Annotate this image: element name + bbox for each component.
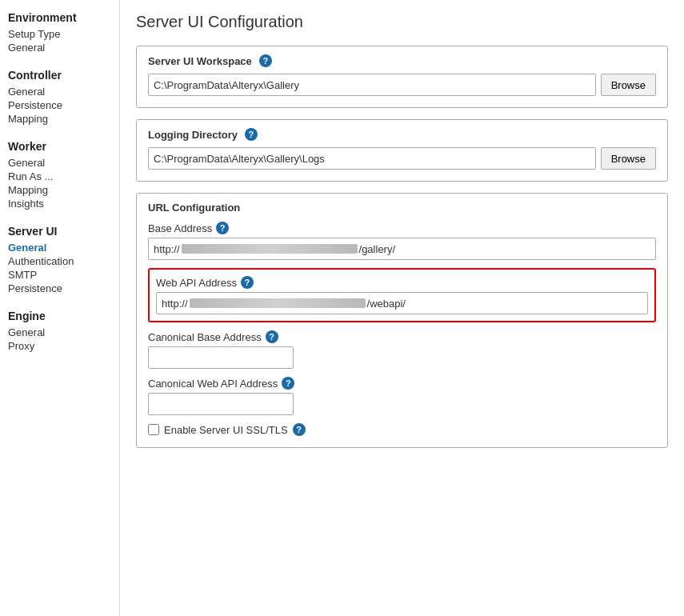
logging-browse-button[interactable]: Browse bbox=[601, 147, 656, 170]
sidebar-section-serverui: Server UI bbox=[8, 225, 119, 238]
ssl-checkbox[interactable] bbox=[148, 424, 159, 435]
canonical-base-help-icon[interactable]: ? bbox=[266, 330, 278, 343]
sidebar-item-serverui-general[interactable]: General bbox=[8, 241, 119, 254]
sidebar-item-env-setup-type[interactable]: Setup Type bbox=[8, 27, 119, 41]
base-address-label: Base Address ? bbox=[148, 222, 656, 234]
sidebar-item-serverui-smtp[interactable]: SMTP bbox=[8, 268, 119, 282]
base-address-suffix: /gallery/ bbox=[359, 243, 396, 255]
sidebar-item-engine-proxy[interactable]: Proxy bbox=[8, 339, 119, 353]
base-address-prefix: http:// bbox=[154, 243, 180, 255]
page-title: Server UI Configuration bbox=[136, 13, 668, 31]
main-content: Server UI Configuration Server UI Worksp… bbox=[120, 0, 684, 616]
base-address-row: Base Address ? http:// /gallery/ bbox=[148, 222, 656, 260]
sidebar-section-worker: Worker bbox=[8, 140, 119, 153]
web-api-blurred bbox=[190, 298, 366, 308]
sidebar-item-env-general[interactable]: General bbox=[8, 41, 119, 54]
web-api-prefix: http:// bbox=[162, 298, 188, 310]
workspace-input-row: Browse bbox=[148, 74, 656, 96]
ssl-help-icon[interactable]: ? bbox=[293, 423, 306, 436]
sidebar-item-engine-general[interactable]: General bbox=[8, 326, 119, 339]
web-api-suffix: /webapi/ bbox=[367, 298, 406, 310]
sidebar-item-worker-insights[interactable]: Insights bbox=[8, 197, 119, 210]
sidebar-item-serverui-persistence[interactable]: Persistence bbox=[8, 282, 119, 295]
logging-input-row: Browse bbox=[148, 147, 656, 170]
sidebar-item-worker-mapping[interactable]: Mapping bbox=[8, 183, 119, 197]
sidebar-item-ctrl-mapping[interactable]: Mapping bbox=[8, 112, 119, 126]
canonical-webapi-input[interactable] bbox=[148, 393, 294, 415]
sidebar-item-serverui-authentication[interactable]: Authentication bbox=[8, 254, 119, 268]
url-config-section: URL Configuration Base Address ? http://… bbox=[136, 193, 668, 448]
canonical-base-input[interactable] bbox=[148, 346, 294, 369]
workspace-section: Server UI Workspace ? Browse bbox=[136, 46, 668, 108]
workspace-help-icon[interactable]: ? bbox=[259, 54, 272, 67]
web-api-label: Web API Address ? bbox=[156, 276, 648, 289]
base-address-input[interactable]: http:// /gallery/ bbox=[148, 238, 656, 260]
workspace-browse-button[interactable]: Browse bbox=[601, 74, 656, 96]
url-config-title: URL Configuration bbox=[148, 202, 656, 214]
web-api-highlight-box: Web API Address ? http:// /webapi/ bbox=[148, 268, 656, 322]
canonical-webapi-help-icon[interactable]: ? bbox=[282, 377, 294, 390]
sidebar-section-environment: Environment bbox=[8, 11, 119, 24]
sidebar-section-controller: Controller bbox=[8, 69, 119, 82]
sidebar-item-worker-runas[interactable]: Run As ... bbox=[8, 170, 119, 183]
logging-section: Logging Directory ? Browse bbox=[136, 119, 668, 182]
sidebar-item-worker-general[interactable]: General bbox=[8, 156, 119, 170]
logging-input[interactable] bbox=[148, 147, 596, 170]
sidebar: Environment Setup Type General Controlle… bbox=[0, 0, 120, 616]
canonical-webapi-row: Canonical Web API Address ? bbox=[148, 377, 656, 415]
base-address-help-icon[interactable]: ? bbox=[216, 222, 229, 234]
canonical-webapi-label: Canonical Web API Address ? bbox=[148, 377, 656, 390]
logging-legend: Logging Directory bbox=[145, 129, 241, 141]
ssl-checkbox-row: Enable Server UI SSL/TLS ? bbox=[148, 423, 656, 436]
workspace-legend: Server UI Workspace bbox=[145, 55, 255, 67]
sidebar-section-engine: Engine bbox=[8, 310, 119, 322]
web-api-help-icon[interactable]: ? bbox=[241, 276, 254, 289]
ssl-label[interactable]: Enable Server UI SSL/TLS bbox=[164, 424, 288, 436]
web-api-input[interactable]: http:// /webapi/ bbox=[156, 292, 648, 314]
workspace-input[interactable] bbox=[148, 74, 596, 96]
base-address-blurred bbox=[182, 244, 358, 254]
sidebar-item-ctrl-persistence[interactable]: Persistence bbox=[8, 98, 119, 112]
logging-help-icon[interactable]: ? bbox=[245, 128, 258, 141]
canonical-base-label: Canonical Base Address ? bbox=[148, 330, 656, 343]
sidebar-item-ctrl-general[interactable]: General bbox=[8, 85, 119, 98]
canonical-base-row: Canonical Base Address ? bbox=[148, 330, 656, 369]
